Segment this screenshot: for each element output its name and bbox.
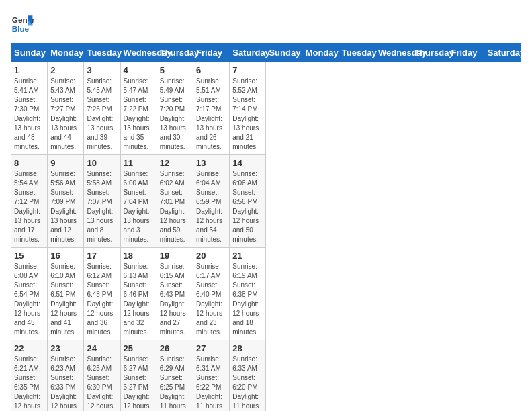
- day-number: 2: [50, 65, 81, 75]
- calendar-cell: 2Sunrise: 5:43 AM Sunset: 7:27 PM Daylig…: [48, 62, 84, 155]
- calendar-week-row: 15Sunrise: 6:08 AM Sunset: 6:54 PM Dayli…: [11, 248, 521, 340]
- day-info: Sunrise: 5:51 AM Sunset: 7:17 PM Dayligh…: [196, 77, 226, 152]
- calendar-cell: 3Sunrise: 5:45 AM Sunset: 7:25 PM Daylig…: [84, 62, 120, 155]
- day-info: Sunrise: 5:41 AM Sunset: 7:30 PM Dayligh…: [14, 77, 44, 152]
- calendar-cell: 12Sunrise: 6:02 AM Sunset: 7:01 PM Dayli…: [157, 155, 193, 248]
- day-number: 14: [232, 158, 263, 168]
- day-info: Sunrise: 6:31 AM Sunset: 6:22 PM Dayligh…: [196, 355, 226, 411]
- header-wednesday: Wednesday: [120, 44, 157, 62]
- day-info: Sunrise: 6:06 AM Sunset: 6:56 PM Dayligh…: [232, 169, 263, 244]
- day-info: Sunrise: 6:15 AM Sunset: 6:43 PM Dayligh…: [160, 262, 190, 337]
- day-number: 6: [196, 65, 226, 75]
- day-info: Sunrise: 5:43 AM Sunset: 7:27 PM Dayligh…: [50, 77, 81, 152]
- day-number: 15: [14, 250, 44, 261]
- day-info: Sunrise: 5:47 AM Sunset: 7:22 PM Dayligh…: [124, 77, 154, 152]
- day-number: 19: [160, 250, 190, 261]
- calendar-week-row: 22Sunrise: 6:21 AM Sunset: 6:35 PM Dayli…: [11, 340, 521, 412]
- day-number: 12: [160, 158, 190, 168]
- calendar-cell: 7Sunrise: 5:52 AM Sunset: 7:14 PM Daylig…: [230, 62, 266, 155]
- calendar-cell: 8Sunrise: 5:54 AM Sunset: 7:12 PM Daylig…: [11, 155, 48, 248]
- day-number: 21: [232, 250, 263, 261]
- header-day-wednesday: Wednesday: [375, 44, 412, 62]
- day-info: Sunrise: 6:10 AM Sunset: 6:51 PM Dayligh…: [50, 262, 81, 337]
- day-info: Sunrise: 6:08 AM Sunset: 6:54 PM Dayligh…: [14, 262, 44, 337]
- calendar-cell: 27Sunrise: 6:31 AM Sunset: 6:22 PM Dayli…: [193, 340, 230, 412]
- day-info: Sunrise: 6:04 AM Sunset: 6:59 PM Dayligh…: [196, 169, 226, 244]
- day-info: Sunrise: 5:49 AM Sunset: 7:20 PM Dayligh…: [160, 77, 190, 152]
- calendar-cell: 18Sunrise: 6:13 AM Sunset: 6:46 PM Dayli…: [120, 248, 157, 340]
- day-info: Sunrise: 6:17 AM Sunset: 6:40 PM Dayligh…: [196, 262, 226, 337]
- calendar-cell: 6Sunrise: 5:51 AM Sunset: 7:17 PM Daylig…: [193, 62, 230, 155]
- calendar-cell: 14Sunrise: 6:06 AM Sunset: 6:56 PM Dayli…: [230, 155, 266, 248]
- header-saturday: Saturday: [230, 44, 266, 62]
- day-number: 25: [124, 343, 154, 353]
- calendar-cell: 4Sunrise: 5:47 AM Sunset: 7:22 PM Daylig…: [120, 62, 157, 155]
- logo: General Blue: [11, 11, 35, 35]
- calendar-cell: 16Sunrise: 6:10 AM Sunset: 6:51 PM Dayli…: [48, 248, 84, 340]
- calendar-cell: 10Sunrise: 5:58 AM Sunset: 7:07 PM Dayli…: [84, 155, 120, 248]
- day-number: 26: [160, 343, 190, 353]
- header-day-thursday: Thursday: [412, 44, 448, 62]
- day-info: Sunrise: 5:52 AM Sunset: 7:14 PM Dayligh…: [232, 77, 263, 152]
- day-info: Sunrise: 6:02 AM Sunset: 7:01 PM Dayligh…: [160, 169, 190, 244]
- day-number: 11: [124, 158, 154, 168]
- day-number: 1: [14, 65, 44, 75]
- day-number: 5: [160, 65, 190, 75]
- day-number: 28: [232, 343, 263, 353]
- calendar-week-row: 8Sunrise: 5:54 AM Sunset: 7:12 PM Daylig…: [11, 155, 521, 248]
- day-number: 24: [87, 343, 117, 353]
- day-info: Sunrise: 6:12 AM Sunset: 6:48 PM Dayligh…: [87, 262, 117, 337]
- day-info: Sunrise: 6:13 AM Sunset: 6:46 PM Dayligh…: [124, 262, 154, 337]
- day-info: Sunrise: 5:54 AM Sunset: 7:12 PM Dayligh…: [14, 169, 44, 244]
- header-friday: Friday: [193, 44, 230, 62]
- day-number: 3: [87, 65, 117, 75]
- calendar-cell: 15Sunrise: 6:08 AM Sunset: 6:54 PM Dayli…: [11, 248, 48, 340]
- day-number: 10: [87, 158, 117, 168]
- header-thursday: Thursday: [157, 44, 193, 62]
- day-number: 27: [196, 343, 226, 353]
- day-info: Sunrise: 6:29 AM Sunset: 6:25 PM Dayligh…: [160, 355, 190, 411]
- calendar-cell: 1Sunrise: 5:41 AM Sunset: 7:30 PM Daylig…: [11, 62, 48, 155]
- day-info: Sunrise: 6:27 AM Sunset: 6:27 PM Dayligh…: [124, 355, 154, 411]
- calendar-table: SundayMondayTuesdayWednesdayThursdayFrid…: [11, 43, 521, 411]
- day-number: 18: [124, 250, 154, 261]
- calendar-cell: 24Sunrise: 6:25 AM Sunset: 6:30 PM Dayli…: [84, 340, 120, 412]
- day-info: Sunrise: 6:21 AM Sunset: 6:35 PM Dayligh…: [14, 355, 44, 411]
- svg-text:Blue: Blue: [12, 24, 30, 33]
- calendar-header-row: SundayMondayTuesdayWednesdayThursdayFrid…: [11, 44, 521, 62]
- logo-icon: General Blue: [11, 11, 35, 35]
- calendar-cell: 21Sunrise: 6:19 AM Sunset: 6:38 PM Dayli…: [230, 248, 266, 340]
- day-number: 4: [124, 65, 154, 75]
- header-day-tuesday: Tuesday: [339, 44, 375, 62]
- day-number: 8: [14, 158, 44, 168]
- day-number: 13: [196, 158, 226, 168]
- header-tuesday: Tuesday: [84, 44, 120, 62]
- day-info: Sunrise: 6:33 AM Sunset: 6:20 PM Dayligh…: [232, 355, 263, 411]
- header-day-monday: Monday: [302, 44, 339, 62]
- calendar-cell: 9Sunrise: 5:56 AM Sunset: 7:09 PM Daylig…: [48, 155, 84, 248]
- day-info: Sunrise: 5:58 AM Sunset: 7:07 PM Dayligh…: [87, 169, 117, 244]
- day-number: 22: [14, 343, 44, 353]
- day-number: 16: [50, 250, 81, 261]
- header-day-saturday: Saturday: [484, 44, 521, 62]
- day-number: 17: [87, 250, 117, 261]
- day-info: Sunrise: 6:19 AM Sunset: 6:38 PM Dayligh…: [232, 262, 263, 337]
- day-info: Sunrise: 5:45 AM Sunset: 7:25 PM Dayligh…: [87, 77, 117, 152]
- day-info: Sunrise: 6:00 AM Sunset: 7:04 PM Dayligh…: [124, 169, 154, 244]
- calendar-cell: 28Sunrise: 6:33 AM Sunset: 6:20 PM Dayli…: [230, 340, 266, 412]
- day-info: Sunrise: 5:56 AM Sunset: 7:09 PM Dayligh…: [50, 169, 81, 244]
- day-number: 9: [50, 158, 81, 168]
- calendar-cell: 17Sunrise: 6:12 AM Sunset: 6:48 PM Dayli…: [84, 248, 120, 340]
- calendar-cell: 23Sunrise: 6:23 AM Sunset: 6:33 PM Dayli…: [48, 340, 84, 412]
- day-number: 7: [232, 65, 263, 75]
- day-info: Sunrise: 6:23 AM Sunset: 6:33 PM Dayligh…: [50, 355, 81, 411]
- day-number: 20: [196, 250, 226, 261]
- calendar-cell: 22Sunrise: 6:21 AM Sunset: 6:35 PM Dayli…: [11, 340, 48, 412]
- header-monday: Monday: [48, 44, 84, 62]
- calendar-cell: 5Sunrise: 5:49 AM Sunset: 7:20 PM Daylig…: [157, 62, 193, 155]
- page-header: General Blue: [11, 11, 521, 35]
- calendar-week-row: 1Sunrise: 5:41 AM Sunset: 7:30 PM Daylig…: [11, 62, 521, 155]
- calendar-cell: 20Sunrise: 6:17 AM Sunset: 6:40 PM Dayli…: [193, 248, 230, 340]
- header-day-sunday: Sunday: [266, 44, 302, 62]
- calendar-cell: 11Sunrise: 6:00 AM Sunset: 7:04 PM Dayli…: [120, 155, 157, 248]
